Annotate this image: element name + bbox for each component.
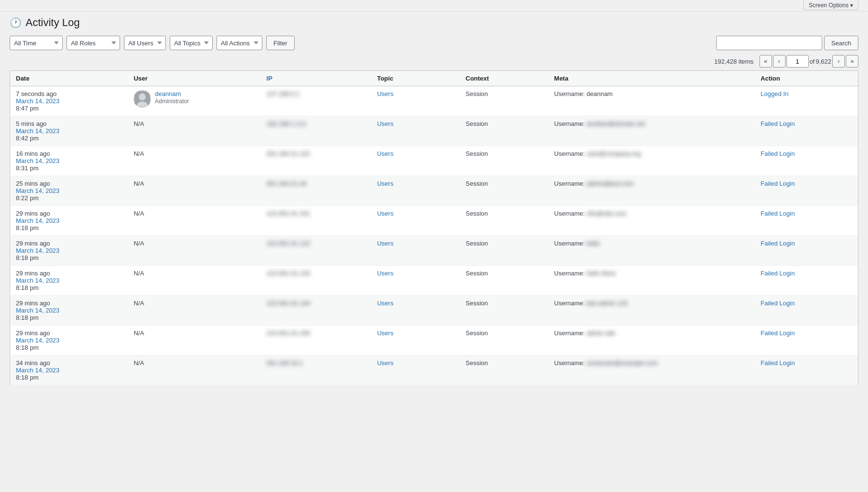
action-link[interactable]: Failed Login — [760, 240, 795, 247]
user-cell: N/A — [128, 206, 260, 236]
action-link[interactable]: Logged In — [760, 90, 788, 97]
action-cell: Failed Login — [755, 266, 858, 296]
action-link[interactable]: Failed Login — [760, 180, 795, 187]
last-page-button[interactable]: » — [846, 55, 858, 68]
prev-page-button[interactable]: ‹ — [773, 55, 786, 68]
date-full: March 14, 2023 — [16, 367, 122, 374]
search-button[interactable]: Search — [824, 36, 858, 50]
user-cell: N/A — [128, 326, 260, 355]
items-count: 192,428 items — [714, 58, 754, 65]
user-na: N/A — [134, 329, 144, 337]
date-cell: 29 mins ago March 14, 2023 8:18 pm — [10, 206, 128, 236]
col-header-ip[interactable]: IP — [261, 71, 371, 86]
time-filter[interactable]: All Time Today Last 7 Days Last 30 Days — [10, 36, 63, 50]
ip-cell: 192.168.1.111 — [261, 116, 371, 146]
date-full: March 14, 2023 — [16, 187, 122, 194]
action-link[interactable]: Failed Login — [760, 270, 795, 277]
table-row: 25 mins ago March 14, 2023 8:22 pm N/A40… — [10, 176, 858, 206]
table-row: 29 mins ago March 14, 2023 8:18 pm N/A12… — [10, 326, 858, 355]
ip-sort-link[interactable]: IP — [267, 75, 272, 82]
topic-link[interactable]: Users — [377, 120, 393, 127]
meta-value: test admin 123 — [586, 300, 627, 307]
meta-cell: Username: hello there — [548, 266, 755, 296]
search-input[interactable] — [716, 36, 822, 50]
page-title: 🕐 Activity Log — [10, 16, 858, 29]
user-na: N/A — [134, 359, 144, 367]
action-link[interactable]: Failed Login — [760, 210, 795, 217]
user-na: N/A — [134, 240, 144, 247]
context-cell: Session — [460, 326, 549, 355]
action-cell: Failed Login — [755, 326, 858, 355]
date-cell: 29 mins ago March 14, 2023 8:18 pm — [10, 266, 128, 296]
topic-cell: Users — [371, 146, 460, 176]
action-link[interactable]: Failed Login — [760, 329, 795, 337]
screen-options-button[interactable]: Screen Options ▾ — [803, 1, 858, 10]
search-right: Search — [716, 36, 858, 50]
next-page-button[interactable]: › — [832, 55, 845, 68]
date-full: March 14, 2023 — [16, 127, 122, 135]
action-cell: Failed Login — [755, 355, 858, 385]
top-bar: All Time Today Last 7 Days Last 30 Days … — [10, 36, 858, 50]
topic-link[interactable]: Users — [377, 180, 393, 187]
users-filter[interactable]: All Users — [124, 36, 166, 50]
date-cell: 5 mins ago March 14, 2023 8:42 pm — [10, 116, 128, 146]
date-time: 8:18 pm — [16, 374, 122, 381]
page-wrapper: Screen Options ▾ 🕐 Activity Log All Time… — [0, 0, 868, 492]
ip-value: 127.168.0.1 — [267, 90, 300, 97]
ip-cell: 201.184.21.122 — [261, 146, 371, 176]
roles-filter[interactable]: All Roles Administrator Editor Author Co… — [67, 36, 120, 50]
date-time: 8:18 pm — [16, 224, 122, 232]
table-row: 7 seconds ago March 14, 2023 8:47 pm dea… — [10, 86, 858, 116]
topic-link[interactable]: Users — [377, 359, 393, 367]
meta-cell: Username: user@company.org — [548, 146, 755, 176]
date-full: March 14, 2023 — [16, 247, 122, 254]
topic-link[interactable]: Users — [377, 150, 393, 157]
table-row: 34 mins ago March 14, 2023 8:18 pm N/A20… — [10, 355, 858, 385]
meta-cell: Username: admin@test.com — [548, 176, 755, 206]
date-full: March 14, 2023 — [16, 337, 122, 344]
topics-filter[interactable]: All Topics — [170, 36, 213, 50]
date-relative: 16 mins ago — [16, 150, 122, 157]
topic-link[interactable]: Users — [377, 329, 393, 337]
ip-value: 122.001.01.101 — [267, 210, 310, 217]
action-link[interactable]: Failed Login — [760, 150, 795, 157]
date-cell: 25 mins ago March 14, 2023 8:22 pm — [10, 176, 128, 206]
topic-link[interactable]: Users — [377, 300, 393, 307]
ip-value: 201.100.10.1 — [267, 359, 303, 367]
action-link[interactable]: Failed Login — [760, 300, 795, 307]
action-cell: Failed Login — [755, 296, 858, 326]
action-link[interactable]: Failed Login — [760, 120, 795, 127]
date-full: March 14, 2023 — [16, 277, 122, 284]
action-cell: Failed Login — [755, 116, 858, 146]
ip-cell: 122.001.01.133 — [261, 266, 371, 296]
topic-link[interactable]: Users — [377, 270, 393, 277]
ip-value: 122.001.01.144 — [267, 300, 310, 307]
username-link[interactable]: deannam — [155, 90, 189, 97]
meta-cell: Username: info@site.com — [548, 206, 755, 236]
topic-cell: Users — [371, 206, 460, 236]
date-cell: 34 mins ago March 14, 2023 8:18 pm — [10, 355, 128, 385]
action-cell: Failed Login — [755, 206, 858, 236]
topic-link[interactable]: Users — [377, 240, 393, 247]
action-link[interactable]: Failed Login — [760, 359, 795, 367]
date-time: 8:18 pm — [16, 344, 122, 351]
main-content: 🕐 Activity Log All Time Today Last 7 Day… — [0, 12, 868, 395]
topic-link[interactable]: Users — [377, 210, 393, 217]
meta-cell: Username: admin-site — [548, 326, 755, 355]
date-full: March 14, 2023 — [16, 97, 122, 105]
ip-cell: 127.168.0.1 — [261, 86, 371, 116]
user-cell: N/A — [128, 176, 260, 206]
filter-button[interactable]: Filter — [266, 36, 295, 50]
user-na: N/A — [134, 210, 144, 217]
page-number-input[interactable] — [787, 55, 809, 68]
actions-filter[interactable]: All Actions — [217, 36, 262, 50]
date-relative: 34 mins ago — [16, 359, 122, 367]
ip-cell: 122.001.01.122 — [261, 236, 371, 266]
topic-link[interactable]: Users — [377, 90, 393, 97]
action-cell: Logged In — [755, 86, 858, 116]
date-full: March 14, 2023 — [16, 307, 122, 314]
date-cell: 7 seconds ago March 14, 2023 8:47 pm — [10, 86, 128, 116]
first-page-button[interactable]: « — [760, 55, 772, 68]
table-row: 29 mins ago March 14, 2023 8:18 pm N/A12… — [10, 206, 858, 236]
date-time: 8:47 pm — [16, 105, 122, 112]
